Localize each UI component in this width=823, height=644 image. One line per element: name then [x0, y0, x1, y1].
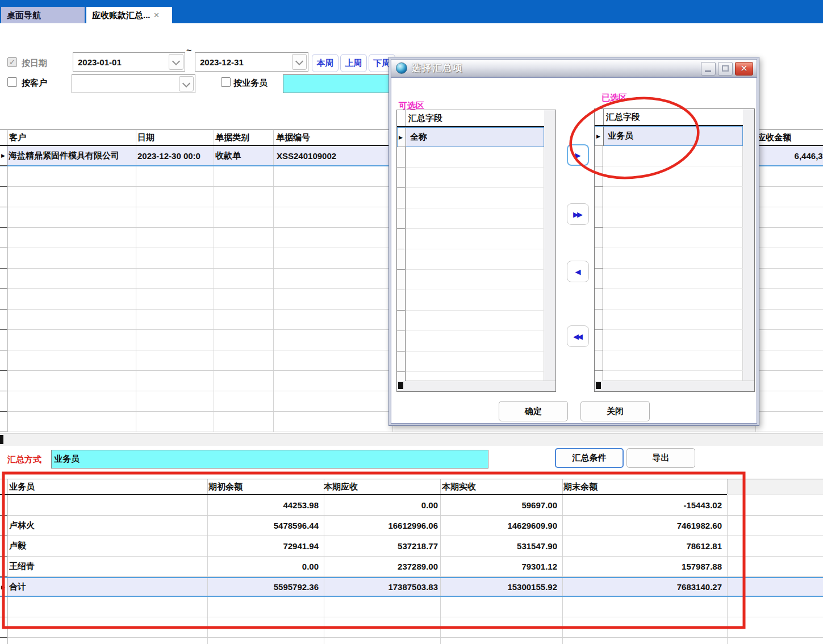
- export-button[interactable]: 导出: [626, 448, 695, 468]
- list-item-empty[interactable]: [397, 188, 544, 208]
- list-item-empty[interactable]: [397, 229, 544, 249]
- summary-condition-button[interactable]: 汇总条件: [555, 448, 624, 468]
- list-item-empty[interactable]: [397, 372, 544, 381]
- cell-closing[interactable]: 7683140.27: [562, 578, 722, 596]
- row-selector-cell[interactable]: [595, 350, 603, 371]
- row-selector-cell[interactable]: [595, 187, 603, 207]
- row-selector-cell[interactable]: ▶: [0, 146, 7, 166]
- cell-doc-type[interactable]: 收款单: [215, 146, 272, 165]
- col-received[interactable]: 本期实收: [442, 479, 476, 494]
- cell-received[interactable]: 531547.90: [440, 536, 557, 556]
- cell-opening[interactable]: 72941.94: [207, 536, 319, 556]
- cell-doc-no[interactable]: XSS240109002: [277, 146, 390, 165]
- hscrollbar-thumb[interactable]: [398, 382, 403, 389]
- row-selector-cell[interactable]: [0, 166, 7, 187]
- summary-row[interactable]: 卢林火 5478596.44 16612996.06 14629609.90 7…: [0, 516, 823, 536]
- last-week-button[interactable]: 上周: [340, 54, 367, 72]
- cell-closing[interactable]: 157987.88: [562, 557, 722, 576]
- main-table-hscrollbar[interactable]: [0, 433, 823, 446]
- summary-mode-input[interactable]: 业务员: [51, 450, 488, 469]
- remove-button[interactable]: ◀: [567, 261, 589, 282]
- row-selector-cell[interactable]: [0, 350, 7, 371]
- list-item-empty[interactable]: [595, 146, 743, 166]
- cell-salesman[interactable]: 卢林火: [9, 516, 202, 536]
- cell-closing[interactable]: 78612.81: [562, 536, 722, 556]
- date-from-field[interactable]: 2023-01-01: [73, 52, 185, 72]
- row-selector-cell[interactable]: [595, 330, 603, 350]
- cell-date[interactable]: 2023-12-30 00:0: [137, 146, 214, 165]
- row-selector-cell[interactable]: [0, 310, 7, 330]
- row-selector-cell[interactable]: [0, 391, 7, 412]
- add-all-button[interactable]: ▶▶: [567, 203, 589, 225]
- list-item-empty[interactable]: [595, 310, 743, 330]
- cell-receivable[interactable]: 17387503.83: [324, 578, 438, 596]
- row-selector-cell[interactable]: [397, 331, 406, 352]
- cell-receivable[interactable]: 16612996.06: [324, 516, 438, 536]
- cell-closing[interactable]: 7461982.60: [562, 516, 722, 536]
- summary-total-row[interactable]: ▶ 合计 5595792.36 17387503.83 15300155.92 …: [0, 577, 823, 597]
- row-selector-cell[interactable]: [397, 311, 406, 331]
- list-item-empty[interactable]: [397, 331, 544, 352]
- cell-received[interactable]: 15300155.92: [440, 578, 557, 596]
- selected-vscrollbar[interactable]: [742, 109, 754, 381]
- salesman-input[interactable]: [283, 74, 396, 93]
- row-selector-cell[interactable]: [0, 187, 7, 207]
- row-selector-cell[interactable]: [0, 536, 7, 557]
- list-item-empty[interactable]: [397, 311, 544, 331]
- row-selector-cell[interactable]: [595, 289, 603, 310]
- row-selector-cell[interactable]: [0, 557, 7, 577]
- hscrollbar-thumb[interactable]: [596, 382, 601, 389]
- date-to-field[interactable]: 2023-12-31: [195, 52, 308, 72]
- row-selector-cell[interactable]: [397, 372, 406, 381]
- cell-salesman[interactable]: 王绍青: [9, 557, 202, 576]
- row-selector-cell[interactable]: ▶: [595, 127, 604, 146]
- list-item-empty[interactable]: [595, 330, 743, 350]
- row-selector-cell[interactable]: [397, 208, 406, 229]
- list-item-empty[interactable]: [595, 187, 743, 207]
- row-selector-cell[interactable]: [595, 146, 603, 166]
- row-selector-cell[interactable]: [595, 310, 603, 330]
- row-selector-cell[interactable]: [0, 597, 7, 617]
- row-selector-cell[interactable]: [0, 412, 7, 432]
- by-salesman-checkbox[interactable]: [221, 77, 231, 87]
- row-selector-cell[interactable]: [397, 168, 406, 188]
- list-item-empty[interactable]: [397, 147, 544, 168]
- available-hscrollbar[interactable]: [397, 380, 555, 391]
- customer-dropdown-button[interactable]: [179, 76, 194, 91]
- row-selector-cell[interactable]: [0, 516, 7, 536]
- list-item-empty[interactable]: [595, 207, 743, 228]
- row-selector-cell[interactable]: [397, 147, 406, 168]
- customer-select[interactable]: [72, 74, 195, 93]
- list-item-selected[interactable]: ▶ 业务员: [595, 126, 743, 146]
- col-receivable[interactable]: 本期应收: [324, 479, 358, 494]
- cell-receivable[interactable]: 537218.77: [324, 536, 438, 556]
- tab-desktop-navigation[interactable]: 桌面导航: [1, 7, 85, 23]
- col-customer[interactable]: 客户: [9, 130, 26, 145]
- list-item-empty[interactable]: [397, 249, 544, 270]
- row-selector-cell[interactable]: [595, 228, 603, 248]
- col-salesman[interactable]: 业务员: [9, 479, 35, 494]
- cell-amount[interactable]: 6,446,37: [755, 146, 823, 165]
- list-item-empty[interactable]: [595, 289, 743, 310]
- tab-close-icon[interactable]: ×: [154, 10, 160, 20]
- row-selector-cell[interactable]: [0, 228, 7, 248]
- list-item-empty[interactable]: [397, 352, 544, 372]
- row-selector-cell[interactable]: [595, 248, 603, 269]
- col-amount[interactable]: 应收金额: [757, 130, 791, 145]
- row-selector-cell[interactable]: [0, 289, 7, 310]
- by-customer-checkbox[interactable]: [7, 77, 17, 87]
- cell-opening[interactable]: 44253.98: [207, 495, 319, 515]
- list-item-empty[interactable]: [595, 166, 743, 187]
- ok-button[interactable]: 确定: [499, 401, 568, 421]
- row-selector-cell[interactable]: [397, 270, 406, 290]
- add-button[interactable]: ▶: [567, 144, 589, 166]
- summary-row[interactable]: 王绍青 0.00 237289.00 79301.12 157987.88: [0, 557, 823, 577]
- available-vscrollbar[interactable]: [544, 110, 555, 381]
- date-to-dropdown-button[interactable]: [292, 54, 307, 70]
- cell-opening[interactable]: 5478596.44: [207, 516, 319, 536]
- col-closing[interactable]: 期末余额: [563, 479, 598, 494]
- cell-received[interactable]: 79301.12: [440, 557, 557, 576]
- row-selector-cell[interactable]: [397, 188, 406, 208]
- row-selector-cell[interactable]: ▶: [0, 578, 7, 596]
- row-selector-cell[interactable]: [595, 269, 603, 289]
